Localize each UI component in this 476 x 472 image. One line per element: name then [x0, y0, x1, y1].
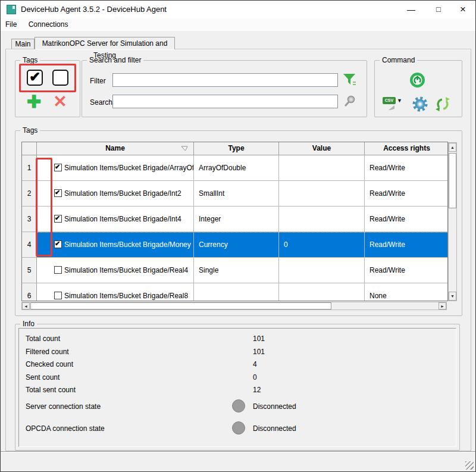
table-row[interactable]: 3 ✔Simulation Items/Bucket Brigade/Int4 …	[22, 207, 448, 232]
check-all-button[interactable]: ✔	[27, 70, 43, 86]
window-title: DeviceHub Agent 3.5.2 - DeviceHub Agent	[21, 5, 167, 14]
info-value: 12	[253, 386, 261, 394]
filter-input[interactable]	[112, 73, 338, 87]
uncheck-all-button[interactable]	[52, 70, 68, 86]
app-icon	[7, 5, 16, 14]
command-group-title: Command	[380, 56, 417, 64]
row-checkbox[interactable]: ✔	[54, 240, 62, 248]
info-label: Total sent count	[26, 386, 76, 394]
server-connection-status-indicator	[232, 399, 245, 412]
corner-header-cell	[22, 142, 37, 155]
scroll-right-icon[interactable]: ►	[439, 302, 446, 310]
info-value: 101	[253, 335, 265, 343]
tags-actions-group-title: Tags	[20, 56, 40, 64]
info-label: Total count	[26, 335, 60, 343]
column-header-value[interactable]: Value	[279, 142, 365, 155]
vertical-scroll-thumb[interactable]	[449, 153, 456, 208]
tags-table: Name Type Value Access rights 1 ✔Simulat…	[21, 142, 448, 301]
menu-file[interactable]: File	[1, 18, 21, 30]
table-row[interactable]: 2 ✔Simulation Items/Bucket Brigade/Int2 …	[22, 181, 448, 207]
connection-state-label: OPCDA connection state	[26, 424, 105, 433]
connection-state-label: Server connection state	[26, 402, 101, 411]
settings-gear-icon[interactable]	[412, 96, 428, 112]
vertical-scrollbar[interactable]: ▲ ▼	[448, 142, 457, 301]
maximize-button[interactable]: □	[425, 1, 452, 18]
info-label: Filtered count	[26, 348, 69, 356]
search-filter-group: Search and filter	[82, 60, 367, 117]
csv-arrow-icon	[389, 105, 396, 110]
csv-export-icon[interactable]: CSV	[383, 97, 396, 104]
resize-grip[interactable]	[465, 461, 474, 470]
info-label: Sent count	[26, 373, 60, 382]
table-row-selected[interactable]: 4 ✔Simulation Items/Bucket Brigade/Money…	[22, 232, 448, 258]
filter-funnel-icon[interactable]	[343, 73, 357, 86]
filter-label: Filter	[90, 77, 106, 85]
connection-state-value: Disconnected	[253, 424, 296, 433]
check-mark-icon: ✔	[29, 69, 40, 85]
delete-tag-button[interactable]: ✕	[51, 93, 69, 111]
column-header-name[interactable]: Name	[37, 142, 194, 155]
title-bar: DeviceHub Agent 3.5.2 - DeviceHub Agent …	[1, 1, 476, 18]
row-checkbox[interactable]	[54, 266, 62, 274]
search-input[interactable]	[112, 95, 338, 108]
search-magnifier-icon[interactable]	[343, 95, 356, 108]
horizontal-scroll-thumb[interactable]	[30, 302, 331, 310]
menu-bar: File Connections	[1, 18, 476, 31]
refresh-icon[interactable]	[435, 96, 450, 112]
csv-dropdown-icon[interactable]: ▼	[397, 98, 402, 104]
opcda-connection-status-indicator	[232, 421, 245, 435]
info-group-title: Info	[20, 320, 37, 328]
row-checkbox[interactable]: ✔	[54, 215, 62, 223]
sort-indicator-icon	[181, 146, 188, 151]
table-row[interactable]: 5 Simulation Items/Bucket Brigade/Real4 …	[22, 258, 448, 283]
scroll-down-icon[interactable]: ▼	[449, 292, 456, 301]
plus-icon: ✚	[27, 92, 41, 111]
row-checkbox[interactable]	[54, 292, 62, 299]
info-value: 101	[253, 348, 265, 356]
row-checkbox[interactable]: ✔	[54, 189, 62, 197]
search-label: Search	[90, 98, 112, 107]
column-header-access[interactable]: Access rights	[365, 142, 448, 155]
info-label: Checked count	[26, 360, 73, 368]
info-value: 4	[253, 360, 257, 368]
statusbar-divider-highlight	[1, 452, 476, 452]
column-header-type[interactable]: Type	[194, 142, 279, 155]
connection-state-value: Disconnected	[253, 402, 296, 411]
table-row[interactable]: 1 ✔Simulation Items/Bucket Brigade/Array…	[22, 155, 448, 181]
tags-table-group-title: Tags	[20, 126, 40, 135]
horizontal-scrollbar[interactable]: ◄ ►	[21, 302, 447, 310]
menu-connections[interactable]: Connections	[24, 18, 73, 30]
table-row[interactable]: 6 Simulation Items/Bucket Brigade/Real8 …	[22, 283, 448, 301]
tab-main[interactable]: Main	[11, 39, 35, 49]
tab-matrikonopc-server[interactable]: MatrikonOPC Server for Simulation and Te…	[35, 37, 175, 49]
scroll-up-icon[interactable]: ▲	[449, 143, 456, 152]
app-window: DeviceHub Agent 3.5.2 - DeviceHub Agent …	[0, 0, 476, 472]
info-value: 0	[253, 373, 257, 382]
scroll-left-icon[interactable]: ◄	[22, 302, 30, 310]
add-tag-button[interactable]: ✚	[25, 93, 43, 111]
minimize-button[interactable]: —	[397, 1, 425, 18]
row-checkbox[interactable]: ✔	[54, 164, 62, 171]
close-button[interactable]: ×	[449, 1, 476, 18]
power-button[interactable]	[409, 72, 425, 88]
delete-cross-icon: ✕	[53, 92, 67, 111]
